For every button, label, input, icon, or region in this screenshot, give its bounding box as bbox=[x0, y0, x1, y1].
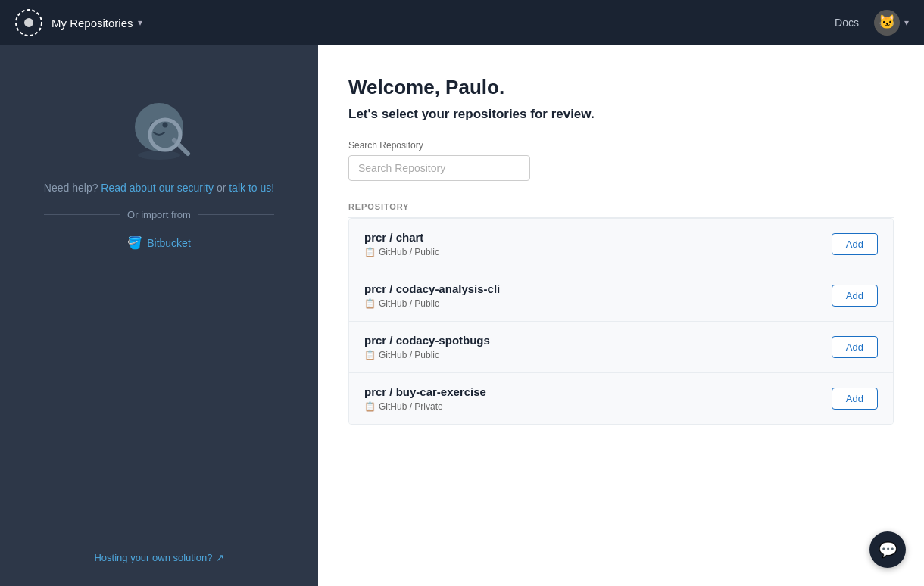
main-layout: Need help? Read about our security or ta… bbox=[0, 45, 924, 586]
repo-list: prcr / chart 📋 GitHub / Public Add prcr … bbox=[348, 218, 894, 425]
user-menu[interactable]: 🐱 ▾ bbox=[874, 10, 909, 36]
divider: Or import from bbox=[44, 209, 274, 220]
add-repo-button[interactable]: Add bbox=[832, 388, 878, 410]
repo-meta: 📋 GitHub / Public bbox=[364, 350, 490, 360]
logo-icon bbox=[15, 9, 42, 36]
user-avatar: 🐱 bbox=[874, 10, 900, 36]
sidebar-footer[interactable]: Hosting your own solution? ↗ bbox=[94, 552, 223, 563]
search-label: Search Repository bbox=[348, 140, 894, 151]
chat-bubble-button[interactable]: 💬 bbox=[869, 531, 906, 568]
top-navigation: My Repositories ▾ Docs 🐱 ▾ bbox=[0, 0, 924, 45]
add-repo-button[interactable]: Add bbox=[832, 336, 878, 358]
user-chevron-icon: ▾ bbox=[904, 17, 909, 28]
repo-name: prcr / chart bbox=[364, 231, 439, 244]
mascot-illustration bbox=[114, 76, 204, 167]
welcome-title: Welcome, Paulo. bbox=[348, 76, 894, 99]
repo-source: GitHub / Public bbox=[379, 350, 439, 360]
sidebar-content: Need help? Read about our security or ta… bbox=[15, 76, 303, 250]
talk-link[interactable]: talk to us! bbox=[229, 182, 274, 194]
divider-line-right bbox=[198, 214, 274, 215]
repo-info: prcr / codacy-analysis-cli 📋 GitHub / Pu… bbox=[364, 282, 500, 309]
security-link[interactable]: Read about our security bbox=[101, 182, 214, 194]
help-text: Need help? Read about our security or ta… bbox=[44, 182, 274, 194]
divider-text: Or import from bbox=[127, 209, 191, 220]
svg-point-4 bbox=[138, 151, 180, 160]
repo-list-item: prcr / codacy-analysis-cli 📋 GitHub / Pu… bbox=[349, 270, 893, 322]
import-options: 🪣 Bitbucket bbox=[127, 235, 191, 250]
repo-meta: 📋 GitHub / Public bbox=[364, 298, 500, 309]
sidebar: Need help? Read about our security or ta… bbox=[0, 45, 318, 586]
divider-line-left bbox=[44, 214, 120, 215]
nav-chevron-icon: ▾ bbox=[138, 17, 142, 28]
svg-point-7 bbox=[163, 123, 168, 128]
svg-text:🐱: 🐱 bbox=[879, 14, 896, 30]
repo-source: GitHub / Public bbox=[379, 247, 439, 257]
nav-left: My Repositories ▾ bbox=[15, 9, 142, 36]
nav-title[interactable]: My Repositories ▾ bbox=[52, 17, 142, 30]
docs-link[interactable]: Docs bbox=[835, 17, 859, 29]
repo-name: prcr / buy-car-exercise bbox=[364, 385, 486, 398]
help-text-middle: or bbox=[217, 182, 229, 194]
repo-table-header: REPOSITORY bbox=[348, 202, 894, 218]
repo-info: prcr / chart 📋 GitHub / Public bbox=[364, 231, 439, 257]
repo-meta: 📋 GitHub / Public bbox=[364, 247, 439, 257]
repo-name: prcr / codacy-spotbugs bbox=[364, 334, 490, 347]
repo-name: prcr / codacy-analysis-cli bbox=[364, 282, 500, 295]
repo-info: prcr / codacy-spotbugs 📋 GitHub / Public bbox=[364, 334, 490, 360]
page-subtitle: Let's select your repositories for revie… bbox=[348, 107, 894, 122]
repo-list-item: prcr / codacy-spotbugs 📋 GitHub / Public… bbox=[349, 322, 893, 373]
github-icon: 📋 bbox=[364, 401, 376, 412]
repo-meta: 📋 GitHub / Private bbox=[364, 401, 486, 412]
repo-list-item: prcr / chart 📋 GitHub / Public Add bbox=[349, 219, 893, 270]
search-section: Search Repository bbox=[348, 140, 894, 202]
bitbucket-icon: 🪣 bbox=[127, 235, 142, 250]
repo-list-item: prcr / buy-car-exercise 📋 GitHub / Priva… bbox=[349, 373, 893, 424]
svg-point-1 bbox=[24, 18, 33, 27]
external-link-icon: ↗ bbox=[216, 552, 224, 563]
help-text-prefix: Need help? bbox=[44, 182, 98, 194]
add-repo-button[interactable]: Add bbox=[832, 285, 878, 307]
nav-title-label: My Repositories bbox=[52, 17, 133, 30]
bitbucket-label: Bitbucket bbox=[147, 237, 191, 249]
github-icon: 📋 bbox=[364, 247, 376, 257]
nav-right: Docs 🐱 ▾ bbox=[835, 10, 909, 36]
footer-label: Hosting your own solution? bbox=[94, 552, 212, 563]
github-icon: 📋 bbox=[364, 298, 376, 309]
bitbucket-link[interactable]: 🪣 Bitbucket bbox=[127, 235, 191, 250]
search-input[interactable] bbox=[348, 155, 530, 181]
repo-info: prcr / buy-car-exercise 📋 GitHub / Priva… bbox=[364, 385, 486, 412]
github-icon: 📋 bbox=[364, 350, 376, 360]
repo-source: GitHub / Private bbox=[379, 401, 443, 412]
chat-icon: 💬 bbox=[879, 541, 897, 559]
add-repo-button[interactable]: Add bbox=[832, 233, 878, 255]
main-content: Welcome, Paulo. Let's select your reposi… bbox=[318, 45, 924, 586]
repo-source: GitHub / Public bbox=[379, 298, 439, 309]
